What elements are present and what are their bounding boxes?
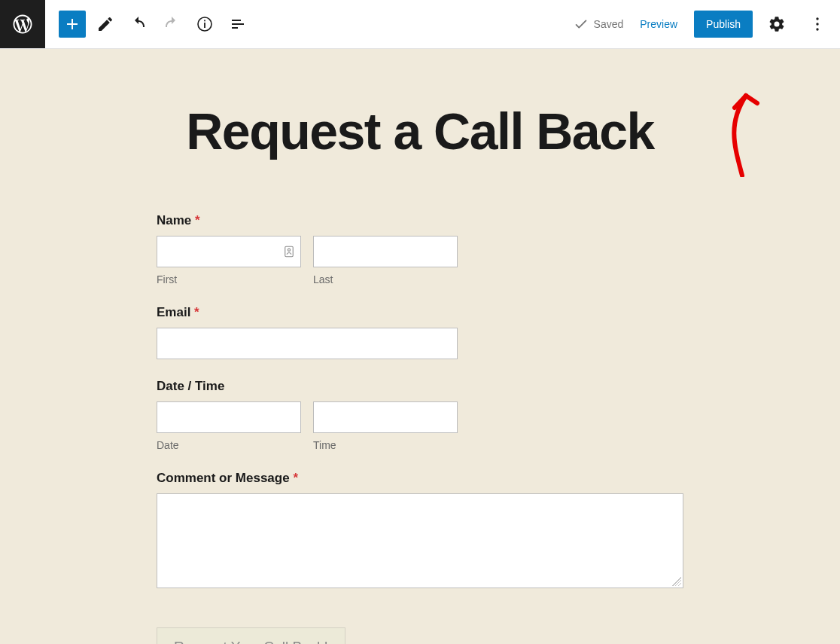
required-indicator: * [195,213,200,227]
name-label-text: Name [157,213,191,227]
required-indicator: * [293,471,298,485]
undo-icon [129,15,148,33]
required-indicator: * [194,305,199,319]
more-options-button[interactable] [801,8,834,41]
date-input[interactable] [157,401,301,433]
contact-form: Name * First Last [157,213,683,644]
email-label: Email * [157,305,683,320]
svg-point-3 [816,17,818,20]
info-icon [196,15,214,33]
first-name-sublabel: First [157,273,301,285]
kebab-icon [808,15,826,33]
comment-label: Comment or Message * [157,471,683,486]
last-name-input[interactable] [313,236,458,267]
add-block-button[interactable] [59,11,86,38]
save-status: Saved [573,16,624,32]
pencil-icon [96,15,114,33]
time-input[interactable] [313,401,458,433]
checkmark-icon [573,16,589,32]
undo-button[interactable] [125,11,152,38]
toolbar-left-group [45,11,251,38]
outline-button[interactable] [224,11,251,38]
publish-button[interactable]: Publish [694,11,753,38]
wordpress-icon [11,13,34,35]
svg-point-7 [288,249,290,251]
datetime-field: Date / Time Date Time [157,379,683,451]
email-label-text: Email [157,305,190,319]
editor-canvas: Request a Call Back Name * First [0,49,840,644]
date-sublabel: Date [157,439,301,451]
plus-icon [63,15,81,33]
name-field: Name * First Last [157,213,683,285]
details-button[interactable] [191,11,218,38]
save-status-label: Saved [594,18,624,30]
time-sublabel: Time [313,439,458,451]
first-name-input[interactable] [157,236,301,267]
submit-button[interactable]: Request Your Call Back! [157,627,345,644]
autofill-icon [282,244,296,259]
list-view-icon [229,15,247,33]
svg-point-5 [816,28,818,30]
name-label: Name * [157,213,683,228]
redo-icon [163,15,181,33]
toolbar-right-group: Saved Preview Publish [573,8,840,41]
svg-rect-6 [285,246,294,257]
datetime-label-text: Date / Time [157,379,224,393]
wordpress-logo[interactable] [0,0,45,48]
redo-button[interactable] [158,11,185,38]
settings-button[interactable] [760,8,793,41]
edit-modes-button[interactable] [92,11,119,38]
email-field: Email * [157,305,683,359]
preview-button[interactable]: Preview [631,11,686,38]
comment-label-text: Comment or Message [157,471,290,485]
svg-rect-1 [204,23,205,28]
page-title[interactable]: Request a Call Back [0,102,840,160]
last-name-sublabel: Last [313,273,458,285]
email-input[interactable] [157,328,458,359]
gear-icon [768,15,786,33]
comment-field: Comment or Message * [157,471,683,588]
svg-point-4 [816,23,818,25]
svg-rect-2 [204,20,205,22]
editor-toolbar: Saved Preview Publish [0,0,840,49]
comment-textarea[interactable] [157,493,683,588]
datetime-label: Date / Time [157,379,683,394]
